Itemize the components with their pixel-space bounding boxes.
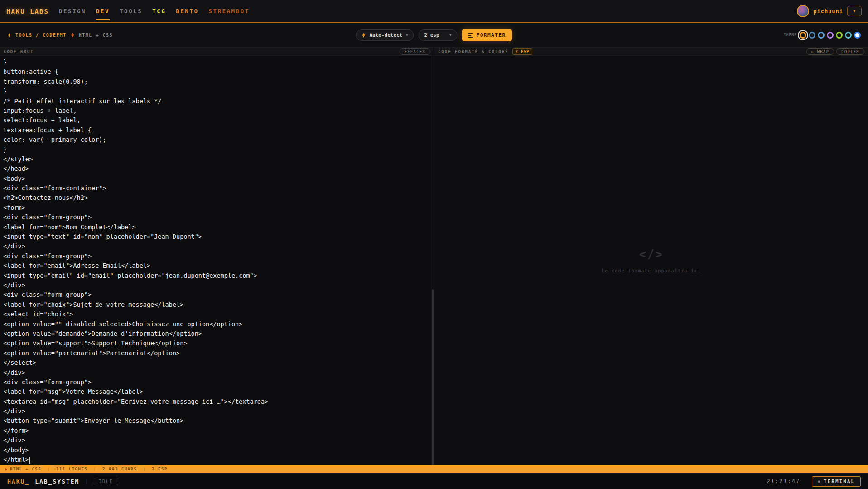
theme-swatch-blue[interactable]	[818, 32, 825, 39]
code-line: /* Petit effet interactif sur les labels…	[3, 97, 428, 106]
code-line: <div class="form-group">	[3, 213, 428, 222]
formatted-code-panel-title: CODE FORMATÉ & COLORÉ	[438, 49, 509, 54]
terminal-button-label: TERMINAL	[824, 479, 855, 484]
chevron-down-icon: ▼	[406, 34, 408, 37]
status-char-count: 2 993 CHARS	[102, 467, 137, 471]
clock: 21:21:47	[767, 478, 800, 484]
user-avatar[interactable]	[797, 5, 809, 17]
divider: |	[93, 467, 96, 471]
code-line: <div class="form-container">	[3, 184, 428, 193]
code-line: <label for="nom">Nom Complet</label>	[3, 223, 428, 232]
star-icon	[7, 33, 11, 37]
username-label: pichuuni	[813, 8, 843, 15]
code-line: </div>	[3, 407, 428, 416]
nav-item-tcg[interactable]: TCG	[152, 8, 166, 15]
dot-icon: ●	[818, 479, 820, 484]
code-line: select:focus + label,	[3, 116, 428, 125]
code-line: <label for="email">Adresse Email</label>	[3, 261, 428, 271]
code-editor[interactable]: }button:active {transform: scale(0.98);}…	[0, 56, 434, 465]
code-line: <option value="support">Support Techniqu…	[3, 339, 428, 348]
code-tag-icon: </>	[639, 247, 663, 261]
code-line: </form>	[3, 426, 428, 436]
chevron-down-icon: ▼	[854, 9, 856, 13]
code-line: </div>	[3, 368, 428, 378]
code-line: <option value="" disabled selected>Chois…	[3, 320, 428, 329]
code-line: <option value="demande">Demande d'inform…	[3, 329, 428, 339]
status-language-label: HTML + CSS	[10, 467, 41, 471]
formatted-code-panel: CODE FORMATÉ & COLORÉ 2 ESP ↔ WRAP COPIE…	[434, 48, 868, 465]
code-line: <input type="text" id="nom" placeholder=…	[3, 232, 428, 242]
chevron-down-icon: ▼	[449, 34, 451, 37]
breadcrumb-current: HTML + CSS	[79, 33, 113, 38]
footer-system-name: LAB_SYSTEM	[35, 478, 79, 485]
theme-swatches	[800, 32, 861, 39]
code-line: <input type="email" id="email" placehold…	[3, 271, 428, 281]
code-line: transform: scale(0.98);	[3, 77, 428, 87]
theme-picker: THÈME	[784, 32, 861, 39]
format-button[interactable]: FORMATER	[462, 29, 512, 41]
terminal-button[interactable]: ● TERMINAL	[812, 476, 861, 487]
code-line: <body>	[3, 174, 428, 184]
idle-status-badge: IDLE	[94, 478, 118, 485]
language-select[interactable]: Auto-detect ▼	[356, 29, 414, 41]
nav-item-streambot[interactable]: STREAMBOT	[208, 8, 249, 15]
theme-swatch-teal[interactable]	[845, 32, 852, 39]
raw-code-panel: CODE BRUT EFFACER }button:active {transf…	[0, 48, 434, 465]
code-line: </body>	[3, 445, 428, 455]
theme-swatch-purple[interactable]	[827, 32, 834, 39]
theme-swatch-steel-blue[interactable]	[809, 32, 815, 39]
nav-item-dev-active[interactable]: DEV	[96, 8, 110, 15]
indent-badge: 2 ESP	[512, 48, 533, 55]
code-line: button:active {	[3, 67, 428, 77]
code-line: <button type="submit">Envoyer le Message…	[3, 416, 428, 426]
code-line: <div class="form-group">	[3, 252, 428, 261]
user-dropdown-button[interactable]: ▼	[847, 6, 862, 16]
breadcrumb-path[interactable]: TOOLS / CODEFMT	[15, 33, 67, 38]
divider: |	[143, 467, 146, 471]
divider: |	[85, 478, 88, 484]
code-line: <option value="partenariat">Partenariat<…	[3, 349, 428, 358]
main-area: CODE BRUT EFFACER }button:active {transf…	[0, 48, 868, 465]
theme-label: THÈME	[784, 33, 797, 37]
format-controls: Auto-detect ▼ 2 esp ▼ FORMATER	[356, 29, 512, 41]
empty-state: </> Le code formaté apparaîtra ici	[434, 56, 868, 465]
scrollbar-thumb[interactable]	[432, 289, 434, 465]
app-window: HAKU_LABS DESIGN DEV TOOLS TCG BENTO STR…	[0, 0, 868, 489]
code-line: <div class="form-group">	[3, 378, 428, 387]
code-line: </head>	[3, 164, 428, 174]
code-line: input:focus + label,	[3, 106, 428, 116]
status-language: HTML + CSS	[5, 467, 41, 472]
lightning-icon	[71, 32, 75, 38]
code-line: <form>	[3, 203, 428, 213]
code-line: </style>	[3, 155, 428, 164]
code-line: }	[3, 87, 428, 96]
wrap-toggle-button[interactable]: ↔ WRAP	[806, 48, 834, 55]
footer-brand-prefix: HAKU_	[7, 478, 29, 485]
nav-item-bento[interactable]: BENTO	[176, 8, 198, 15]
status-indent: 2 ESP	[152, 467, 168, 471]
code-line: }	[3, 58, 428, 67]
code-line: <label for="msg">Votre Message</label>	[3, 387, 428, 397]
indent-select-value: 2 esp	[424, 32, 439, 38]
theme-swatch-white[interactable]	[854, 32, 861, 39]
code-line: </div>	[3, 281, 428, 290]
nav-item-design[interactable]: DESIGN	[59, 8, 86, 15]
theme-swatch-orange[interactable]	[800, 32, 806, 39]
code-line: <label for="choix">Sujet de votre messag…	[3, 300, 428, 310]
status-line-count: 111 LIGNES	[56, 467, 87, 471]
system-footer: HAKU_ LAB_SYSTEM | IDLE 21:21:47 ● TERMI…	[0, 473, 868, 489]
code-line: </html>	[3, 455, 428, 465]
panel-header-actions: ↔ WRAP COPIER	[806, 48, 864, 55]
theme-swatch-lime[interactable]	[836, 32, 843, 39]
divider: |	[47, 467, 50, 471]
code-line: <textarea id="msg" placeholder="Ecrivez …	[3, 397, 428, 407]
nav-item-tools[interactable]: TOOLS	[120, 8, 142, 15]
raw-code-panel-header: CODE BRUT EFFACER	[0, 48, 434, 56]
user-menu: pichuuni ▼	[797, 5, 862, 17]
code-line: </div>	[3, 242, 428, 251]
brand-logo[interactable]: HAKU_LABS	[6, 8, 49, 15]
clear-button[interactable]: EFFACER	[400, 48, 430, 55]
copy-button[interactable]: COPIER	[836, 48, 864, 55]
code-line: <div class="form-group">	[3, 290, 428, 300]
indent-select[interactable]: 2 esp ▼	[419, 29, 458, 41]
